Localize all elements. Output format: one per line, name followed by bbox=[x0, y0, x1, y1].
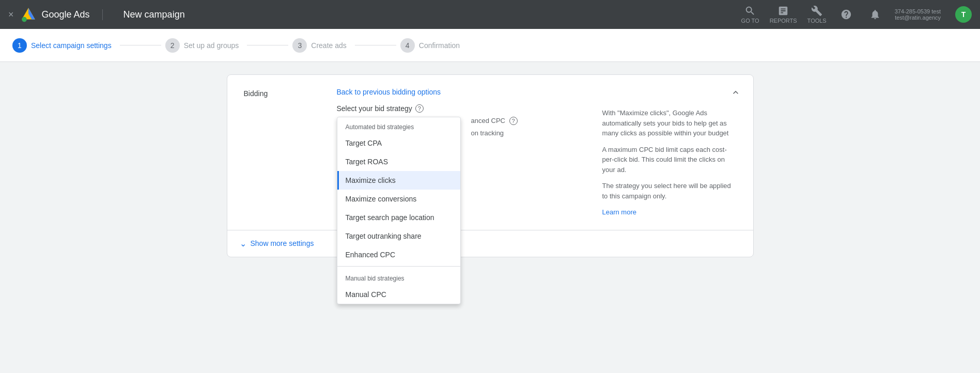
enhanced-cpc-help-icon[interactable]: ? bbox=[509, 117, 518, 125]
user-info: 374-285-0539 test test@ratin.agency bbox=[895, 8, 941, 21]
goto-label: GO TO bbox=[741, 18, 759, 24]
dropdown-divider bbox=[337, 266, 460, 267]
step-2[interactable]: 2 Set up ad groups bbox=[165, 38, 239, 53]
avatar[interactable]: T bbox=[955, 6, 972, 23]
section-label: Bidding bbox=[244, 87, 316, 217]
google-ads-logo-icon bbox=[20, 6, 37, 23]
option-target-cpa[interactable]: Target CPA bbox=[337, 134, 460, 152]
nav-icons: GO TO REPORTS TOOLS 374-285-0539 test te… bbox=[741, 5, 972, 24]
user-email: test@ratin.agency bbox=[895, 14, 941, 21]
step-3[interactable]: 3 Create ads bbox=[292, 38, 346, 53]
dropdown-menu: Automated bid strategies Target CPA Targ… bbox=[337, 117, 461, 304]
steps-bar: 1 Select campaign settings 2 Set up ad g… bbox=[0, 29, 980, 62]
option-maximize-clicks[interactable]: Maximize clicks bbox=[337, 171, 460, 190]
step-4-label: Confirmation bbox=[419, 41, 460, 50]
manual-group-label: Manual bid strategies bbox=[337, 269, 460, 285]
help-icon[interactable]: ? bbox=[415, 104, 424, 113]
bidding-section: Bidding Back to previous bidding options… bbox=[227, 75, 753, 230]
reports-label: REPORTS bbox=[770, 18, 797, 24]
option-target-search-page[interactable]: Target search page location bbox=[337, 208, 460, 227]
side-info-paragraph-1: With "Maximize clicks", Google Ads autom… bbox=[602, 108, 737, 138]
bid-strategy-label: Select your bid strategy ? bbox=[337, 104, 582, 113]
step-1[interactable]: 1 Select campaign settings bbox=[12, 38, 112, 53]
reports-icon-group[interactable]: REPORTS bbox=[770, 5, 797, 24]
option-target-roas[interactable]: Target ROAS bbox=[337, 152, 460, 171]
step-1-circle: 1 bbox=[12, 38, 27, 53]
step-3-label: Create ads bbox=[311, 41, 346, 50]
back-to-bidding-link[interactable]: Back to previous bidding options bbox=[337, 88, 441, 96]
goto-icon-group[interactable]: GO TO bbox=[741, 5, 759, 24]
option-manual-cpc[interactable]: Manual CPC bbox=[337, 285, 460, 304]
user-phone: 374-285-0539 test bbox=[895, 8, 941, 14]
help-button[interactable] bbox=[837, 5, 855, 24]
tools-label: TOOLS bbox=[807, 18, 827, 24]
side-info-panel: With "Maximize clicks", Google Ads autom… bbox=[602, 87, 737, 217]
option-maximize-conversions[interactable]: Maximize conversions bbox=[337, 190, 460, 208]
tools-icon-group[interactable]: TOOLS bbox=[807, 5, 827, 24]
campaign-title: New campaign bbox=[123, 9, 741, 20]
step-divider-3 bbox=[355, 45, 396, 45]
notifications-button[interactable] bbox=[866, 5, 884, 24]
chevron-down-icon: ⌄ bbox=[240, 239, 246, 248]
side-info-paragraph-3: The strategy you select here will be app… bbox=[602, 181, 737, 201]
step-2-label: Set up ad groups bbox=[184, 41, 239, 50]
step-divider-1 bbox=[120, 45, 161, 45]
top-navigation: × Google Ads New campaign GO TO REPORTS … bbox=[0, 0, 980, 29]
tracking-area: on tracking bbox=[471, 129, 582, 137]
bidding-card: Bidding Back to previous bidding options… bbox=[227, 74, 754, 257]
enhanced-cpc-text: anced CPC bbox=[471, 117, 505, 125]
main-content: Bidding Back to previous bidding options… bbox=[0, 62, 980, 373]
logo: Google Ads bbox=[20, 6, 115, 23]
svg-point-2 bbox=[22, 17, 27, 22]
show-more-label: Show more settings bbox=[251, 239, 314, 247]
learn-more-link[interactable]: Learn more bbox=[602, 208, 636, 216]
tracking-text: on tracking bbox=[471, 129, 504, 137]
step-3-circle: 3 bbox=[292, 38, 307, 53]
section-content: Back to previous bidding options Select … bbox=[337, 87, 582, 217]
show-more-settings-row[interactable]: ⌄ Show more settings bbox=[227, 230, 753, 257]
step-4-circle: 4 bbox=[400, 38, 415, 53]
app-name: Google Ads bbox=[42, 9, 103, 20]
option-enhanced-cpc[interactable]: Enhanced CPC bbox=[337, 245, 460, 264]
side-info-paragraph-2: A maximum CPC bid limit caps each cost-p… bbox=[602, 145, 737, 175]
step-1-label: Select campaign settings bbox=[31, 41, 112, 50]
option-target-outranking[interactable]: Target outranking share bbox=[337, 227, 460, 245]
automated-group-label: Automated bid strategies bbox=[337, 117, 460, 134]
tools-icon bbox=[811, 5, 822, 17]
goto-icon bbox=[744, 5, 756, 17]
close-button[interactable]: × bbox=[8, 9, 14, 20]
enhanced-cpc-area: anced CPC ? bbox=[471, 117, 582, 125]
reports-icon bbox=[777, 5, 789, 17]
collapse-button[interactable] bbox=[730, 87, 741, 100]
step-4[interactable]: 4 Confirmation bbox=[400, 38, 460, 53]
step-divider-2 bbox=[247, 45, 288, 45]
step-2-circle: 2 bbox=[165, 38, 180, 53]
